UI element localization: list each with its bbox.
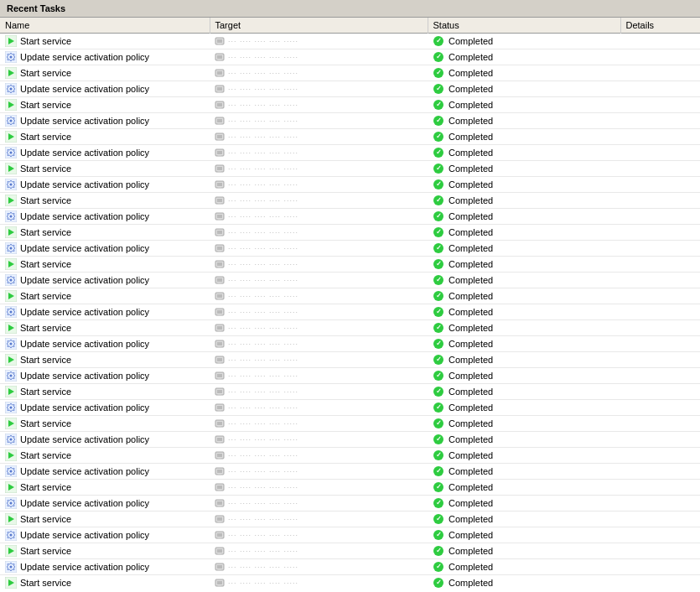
task-target-cell: ··· ···· ···· ···· ····· <box>210 543 428 559</box>
svg-rect-84 <box>218 299 221 299</box>
task-status-cell: Completed <box>428 368 620 384</box>
completed-icon <box>433 83 444 95</box>
target-address: ··· ···· ···· ···· ····· <box>228 563 298 571</box>
task-name-label: Update service activation policy <box>20 307 149 317</box>
task-name-label: Update service activation policy <box>20 52 149 62</box>
svg-rect-43 <box>217 167 222 170</box>
task-name-cell: Start service <box>0 384 210 400</box>
target-address: ··· ···· ···· ···· ····· <box>228 499 298 507</box>
table-row: Start service ··· ···· ···· ···· ·····Co… <box>0 225 700 241</box>
svg-rect-138 <box>217 470 222 473</box>
svg-rect-169 <box>218 569 221 570</box>
table-row: Update service activation policy ··· ···… <box>0 241 700 257</box>
svg-rect-64 <box>218 235 221 236</box>
svg-rect-149 <box>218 506 221 506</box>
completed-icon <box>433 195 444 206</box>
update-policy-icon <box>5 179 17 190</box>
task-status-cell: Completed <box>428 320 620 336</box>
target-address: ··· ···· ···· ···· ····· <box>228 308 298 316</box>
task-status-cell: Completed <box>428 480 620 496</box>
table-row: Update service activation policy ··· ···… <box>0 496 700 512</box>
svg-rect-94 <box>218 330 221 331</box>
table-row: Update service activation policy ··· ···… <box>0 49 700 65</box>
svg-point-46 <box>10 184 13 186</box>
task-status-cell: Completed <box>428 209 620 225</box>
target-vm-icon <box>215 227 225 237</box>
task-name-label: Start service <box>20 482 71 492</box>
table-row: Start service ··· ···· ···· ···· ·····Co… <box>0 543 700 559</box>
start-service-icon <box>5 67 17 79</box>
status-label: Completed <box>449 68 493 78</box>
svg-rect-174 <box>218 585 221 586</box>
svg-point-116 <box>10 407 13 409</box>
task-name-cell: Update service activation policy <box>0 432 210 448</box>
svg-point-76 <box>10 279 13 282</box>
table-row: Update service activation policy ··· ···… <box>0 273 700 288</box>
task-name-cell: Update service activation policy <box>0 81 210 97</box>
task-name-cell: Update service activation policy <box>0 273 210 288</box>
svg-point-146 <box>10 502 13 505</box>
task-name-label: Start service <box>20 291 71 301</box>
status-label: Completed <box>449 307 493 317</box>
task-details-cell <box>620 384 700 400</box>
target-vm-icon <box>215 36 225 46</box>
task-details-cell <box>620 368 700 384</box>
task-status-cell: Completed <box>428 352 620 368</box>
table-row: Start service ··· ···· ···· ···· ·····Co… <box>0 352 700 368</box>
task-name-label: Update service activation policy <box>20 371 149 381</box>
task-name-label: Update service activation policy <box>20 339 149 349</box>
target-address: ··· ···· ···· ···· ····· <box>228 164 298 173</box>
task-details-cell <box>620 193 700 209</box>
task-name-cell: Start service <box>0 161 210 177</box>
svg-rect-148 <box>217 501 222 505</box>
target-vm-icon <box>215 148 225 158</box>
update-policy-icon <box>5 402 17 413</box>
completed-icon <box>433 99 444 111</box>
task-name-cell: Start service <box>0 129 210 145</box>
task-status-cell: Completed <box>428 34 620 49</box>
start-service-icon <box>5 354 17 366</box>
svg-point-26 <box>10 120 13 122</box>
task-status-cell: Completed <box>428 559 620 575</box>
task-name-label: Update service activation policy <box>20 148 149 158</box>
status-label: Completed <box>449 482 493 492</box>
task-name-cell: Start service <box>0 288 210 304</box>
target-address: ··· ···· ···· ···· ····· <box>228 37 298 45</box>
svg-rect-103 <box>217 358 222 361</box>
update-policy-icon <box>5 465 17 477</box>
target-address: ··· ···· ···· ···· ····· <box>228 340 298 348</box>
svg-rect-79 <box>218 283 221 283</box>
start-service-icon <box>5 99 17 111</box>
target-address: ··· ···· ···· ···· ····· <box>228 117 298 125</box>
status-label: Completed <box>449 36 493 46</box>
target-address: ··· ···· ···· ···· ····· <box>228 356 298 364</box>
task-name-label: Update service activation policy <box>20 179 149 190</box>
task-name-cell: Update service activation policy <box>0 527 210 543</box>
status-label: Completed <box>449 227 493 237</box>
target-vm-icon <box>215 275 225 285</box>
svg-rect-114 <box>218 394 221 395</box>
table-row: Update service activation policy ··· ···… <box>0 432 700 448</box>
task-details-cell <box>620 113 700 129</box>
task-name-label: Start service <box>20 387 71 397</box>
svg-point-156 <box>10 534 13 537</box>
task-name-cell: Start service <box>0 512 210 527</box>
task-details-cell <box>620 543 700 559</box>
task-status-cell: Completed <box>428 81 620 97</box>
target-address: ··· ···· ···· ···· ····· <box>228 180 298 189</box>
svg-rect-28 <box>217 119 222 122</box>
table-row: Update service activation policy ··· ···… <box>0 177 700 193</box>
svg-rect-68 <box>217 247 222 250</box>
task-name-cell: Update service activation policy <box>0 209 210 225</box>
task-name-label: Start service <box>20 323 71 333</box>
task-details-cell <box>620 304 700 320</box>
target-vm-icon <box>215 450 225 460</box>
svg-rect-98 <box>217 342 222 345</box>
status-label: Completed <box>449 578 493 588</box>
column-header-name: Name <box>0 18 210 34</box>
task-name-cell: Update service activation policy <box>0 113 210 129</box>
target-vm-icon <box>215 291 225 301</box>
target-vm-icon <box>215 530 225 540</box>
target-address: ··· ···· ···· ···· ····· <box>228 228 298 236</box>
table-container[interactable]: Name Target Status Details Start service… <box>0 18 700 589</box>
